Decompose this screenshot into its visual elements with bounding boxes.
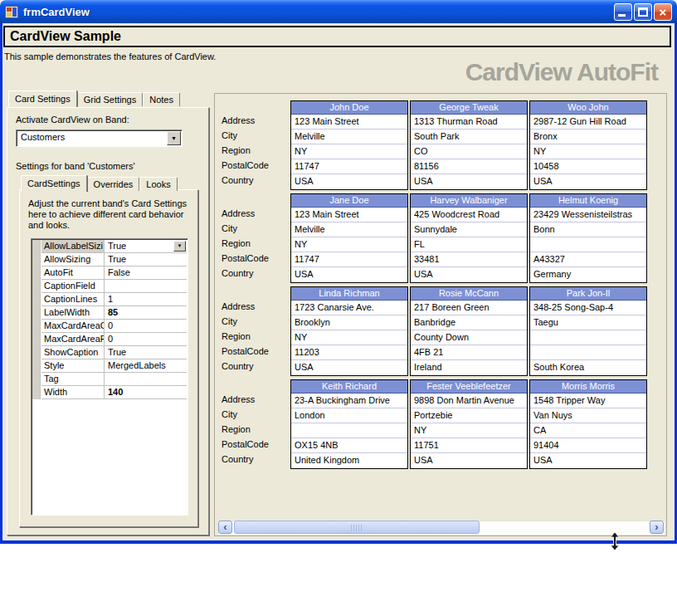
card-field[interactable]: 10458 [530,159,646,174]
card-caption[interactable]: Harvey Walbaniger [411,194,527,208]
band-combobox[interactable]: Customers ▼ [16,130,183,147]
card-field[interactable] [530,237,646,252]
card-field[interactable]: London [291,408,407,423]
card-caption[interactable]: Fester Veeblefeetzer [411,380,527,394]
tab-card-settings[interactable]: Card Settings [8,90,77,107]
card-field[interactable]: United Kingdom [291,453,407,468]
card-field[interactable]: NY [411,423,527,438]
card-caption[interactable]: Jane Doe [291,194,407,208]
close-button[interactable]: × [654,3,672,21]
card-field[interactable]: A43327 [530,252,646,267]
card-field[interactable]: 1548 Tripper Way [530,394,646,408]
titlebar[interactable]: frmCardView × [0,0,677,23]
property-value[interactable] [105,280,187,293]
card-field[interactable]: 425 Woodcrest Road [411,208,527,222]
card-field[interactable]: 11751 [411,438,527,453]
band-combobox-dropdown-button[interactable]: ▼ [167,131,181,145]
property-value[interactable]: 140 [105,386,187,399]
property-value[interactable]: 1 [105,293,187,306]
card-field[interactable]: Bronx [530,130,646,144]
card-caption[interactable]: Morris Morris [530,380,646,394]
card-field[interactable]: 91404 [530,438,646,453]
property-value[interactable]: 0 [105,333,187,346]
card-field[interactable]: County Down [411,330,527,345]
card-field[interactable]: South Korea [530,360,646,375]
card-field[interactable]: 23-A Buckingham Drive [291,394,407,408]
card-field[interactable]: OX15 4NB [291,438,407,453]
card-field[interactable]: South Park [411,130,527,144]
card-field[interactable]: USA [291,174,407,189]
card-field[interactable]: Van Nuys [530,408,646,423]
card-field[interactable] [530,330,646,345]
card-field[interactable]: 123 Main Street [291,115,407,130]
card-field[interactable]: 9898 Don Martin Avenue [411,394,527,408]
card-field[interactable]: USA [411,174,527,189]
scroll-right-button[interactable]: › [650,521,664,534]
card-field[interactable]: 123 Main Street [291,208,407,222]
card-caption[interactable]: Keith Richard [291,380,407,394]
card-field[interactable]: 81156 [411,159,527,174]
card-caption[interactable]: Rosie McCann [411,287,527,301]
card-field[interactable]: Portzebie [411,408,527,423]
property-value[interactable]: MergedLabels [105,359,187,373]
card-field[interactable]: Melville [291,222,407,237]
property-value[interactable]: False [105,266,187,280]
card-field[interactable]: 23429 Wessenisteilstras [530,208,646,222]
card-field[interactable]: Germany [530,267,646,282]
card-field[interactable]: Brooklyn [291,315,407,330]
property-value[interactable]: True▼ [105,240,187,253]
card-caption[interactable]: George Tweak [411,101,527,115]
card-field[interactable]: 217 Boreen Green [411,301,527,315]
property-dropdown-button[interactable]: ▼ [173,241,186,252]
card-field[interactable]: 348-25 Song-Sap-4 [530,301,646,315]
card-field[interactable]: CO [411,144,527,159]
tab-grid-settings[interactable]: Grid Settings [77,92,144,106]
property-value[interactable] [105,373,187,386]
card-field[interactable]: USA [530,174,646,189]
property-value[interactable]: True [105,253,187,266]
card-field[interactable]: NY [530,144,646,159]
card-caption[interactable]: Woo John [530,101,646,115]
card-field[interactable]: 2987-12 Gun Hill Road [530,115,646,130]
property-value[interactable]: 85 [105,306,187,320]
subtab-overrides[interactable]: Overrides [87,177,140,191]
card-field[interactable]: 11747 [291,252,407,267]
property-value[interactable]: 0 [105,320,187,333]
tab-notes[interactable]: Notes [143,92,180,106]
card-field[interactable]: Ireland [411,360,527,375]
scrollbar-thumb[interactable] [234,521,480,534]
card-field[interactable]: NY [291,144,407,159]
card-caption[interactable]: Park Jon-Il [530,287,646,301]
card-field[interactable]: 1723 Canarsie Ave. [291,301,407,315]
card-field[interactable]: USA [411,267,527,282]
card-field[interactable]: USA [530,453,646,468]
card-caption[interactable]: John Doe [291,101,407,115]
card-field[interactable]: NY [291,330,407,345]
card-field[interactable]: Bonn [530,222,646,237]
card-field[interactable]: 4FB 21 [411,345,527,360]
card-field[interactable]: FL [411,237,527,252]
card-field[interactable] [291,423,407,438]
card-field[interactable]: 11747 [291,159,407,174]
card-field[interactable]: USA [411,453,527,468]
property-grid[interactable]: AllowLabelSiziTrue▼AllowSizingTrueAutoFi… [31,238,188,516]
card-field[interactable]: CA [530,423,646,438]
card-field[interactable] [530,345,646,360]
card-field[interactable]: Banbridge [411,315,527,330]
card-field[interactable]: Sunnydale [411,222,527,237]
maximize-button[interactable] [634,3,652,21]
subtab-cardsettings[interactable]: CardSettings [21,175,87,192]
card-field[interactable]: USA [291,360,407,375]
card-field[interactable]: 33481 [411,252,527,267]
horizontal-scrollbar[interactable]: ‹ › [218,521,665,535]
property-value[interactable]: True [105,346,187,359]
card-field[interactable]: USA [291,267,407,282]
card-field[interactable]: NY [291,237,407,252]
card-field[interactable]: Taegu [530,315,646,330]
card-field[interactable]: 11203 [291,345,407,360]
scroll-left-button[interactable]: ‹ [218,521,232,534]
card-caption[interactable]: Linda Richman [291,287,407,301]
subtab-looks[interactable]: Looks [139,177,177,191]
minimize-button[interactable] [614,3,632,21]
card-caption[interactable]: Helmut Koenig [530,194,646,208]
